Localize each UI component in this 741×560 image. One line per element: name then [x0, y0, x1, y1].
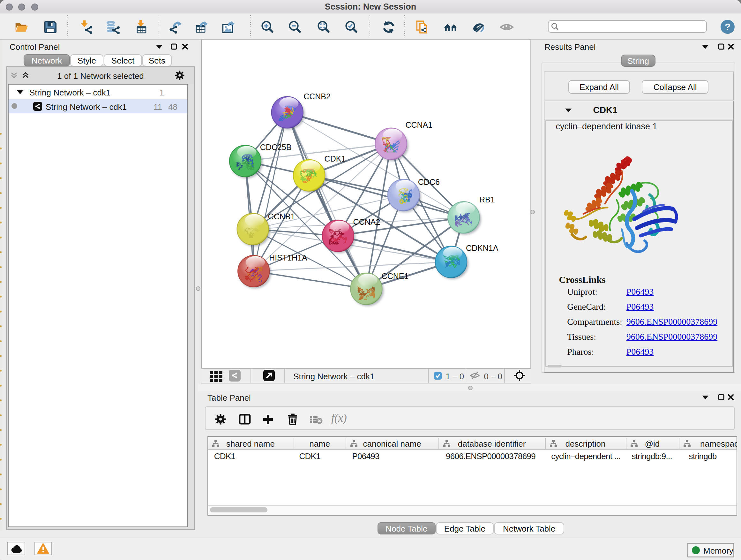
svg-text:RB1: RB1: [479, 195, 495, 204]
svg-text:CCNA2: CCNA2: [353, 217, 381, 226]
svg-text:CCNE1: CCNE1: [382, 272, 409, 281]
svg-text:HIST1H1A: HIST1H1A: [269, 253, 307, 262]
svg-text:CCNA1: CCNA1: [405, 120, 432, 129]
svg-text:CCNB2: CCNB2: [304, 92, 331, 101]
svg-text:CDC25B: CDC25B: [260, 143, 292, 152]
svg-text:CDKN1A: CDKN1A: [466, 244, 498, 253]
svg-text:CDC6: CDC6: [418, 178, 440, 186]
svg-text:CDK1: CDK1: [325, 154, 346, 163]
svg-text:CCNB1: CCNB1: [268, 212, 295, 221]
svg-text:?: ?: [725, 21, 731, 32]
